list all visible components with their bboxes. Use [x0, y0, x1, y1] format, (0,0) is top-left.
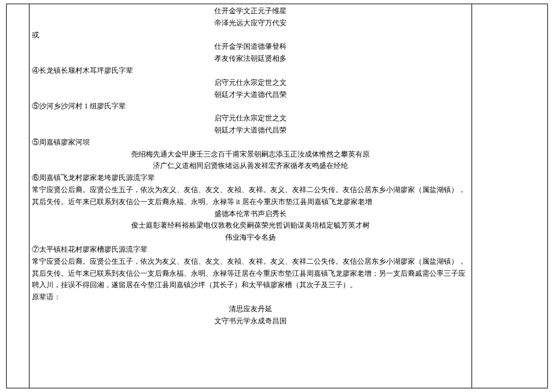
section-4-title: ④长龙镇长堰村木耳坪廖氏字辈	[32, 65, 469, 77]
section-5a-title: ⑤沙河乡沙河村 1 组廖氏字辈	[32, 101, 469, 113]
couplet-line: 朝廷才学大道德代昌荣	[32, 89, 469, 101]
original-verse-label: 原辈语：	[32, 291, 469, 303]
section-7-paragraph: 常宁应贤公后裔。应贤公生五子，依次为友义、友信、友文、友祯、友祥。友义、友祥二公…	[32, 256, 469, 291]
left-margin-cell	[7, 4, 30, 388]
couplet-line: 仕开金学国道德肇登科	[32, 41, 469, 53]
couplet-line: 尧绍梅先通大金甲庚壬三念百千甫宋景朝嗣志添玉正汝成体惟然之攀英有原	[32, 149, 469, 161]
document-page: 仕开金学文正元子维星 帝泽光远大应守万代安 或 仕开金学国道德肇登科 孝友传家法…	[0, 0, 554, 392]
couplet-line: 帝泽光远大应守万代安	[32, 17, 469, 30]
couplet-line: 朝廷才学大道德代昌荣	[32, 125, 469, 137]
couplet-line: 清思应友丹延	[32, 303, 469, 316]
section-6-title: ⑥周嘉镇飞龙村廖家老垮廖氏源流字辈	[32, 172, 469, 184]
main-content-cell: 仕开金学文正元子维星 帝泽光远大应守万代安 或 仕开金学国道德肇登科 孝友传家法…	[30, 4, 472, 388]
right-margin-cell	[472, 4, 548, 388]
section-6-paragraph: 常宁应贤公后裔。应贤公生五子，依次为友义、友信、友文、友祯、友祥。友义、友祥二公…	[32, 184, 469, 208]
couplet-line: 盛德本伦常书声启秀长	[32, 208, 469, 220]
couplet-line: 济广仁义道相同启贤恢绪远从善发祥宏齐家循孝友鸣盛在经纶	[32, 160, 469, 172]
layout-table: 仕开金学文正元子维星 帝泽光远大应守万代安 或 仕开金学国道德肇登科 孝友传家法…	[6, 4, 548, 388]
section-7-title: ⑦太平镇桂花村廖家槽廖氏源流字辈	[32, 244, 469, 256]
couplet-line: 仕开金学文正元子维星	[32, 5, 469, 17]
section-5b-title: ⑤周嘉镇廖家河坝	[32, 137, 469, 149]
couplet-line: 启守元仕永宗定世之文	[32, 77, 469, 89]
couplet-line: 伟业海宇令名扬	[32, 232, 469, 244]
couplet-line: 文守书元学永成奇昌国	[32, 316, 469, 328]
couplet-line: 俊士庭彰著经科裕栋梁电仪敦教化奕嗣葆荣光哲训贻谋美培植定毓芳英才树	[32, 220, 469, 232]
couplet-line: 启守元仕永宗定世之文	[32, 113, 469, 125]
or-text: 或	[32, 30, 469, 42]
couplet-line: 孝友传家法朝廷贤相多	[32, 53, 469, 65]
